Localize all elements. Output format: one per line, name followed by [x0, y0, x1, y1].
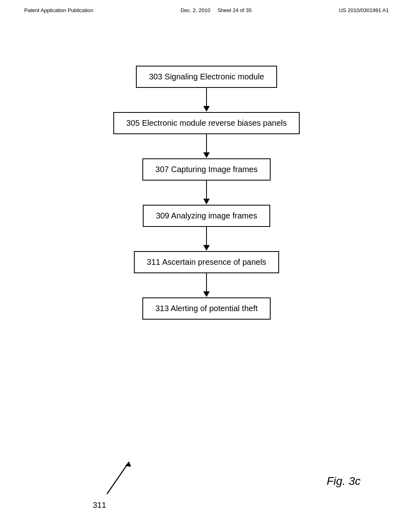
header-sheet: Sheet 24 of 35 [217, 7, 252, 13]
reference-arrow-svg [103, 458, 135, 498]
box-307: 307 Capturing Image frames [142, 158, 270, 181]
page-header: Patent Application Publication Dec. 2, 2… [0, 0, 413, 13]
box-303: 303 Signaling Electronic module [136, 66, 277, 88]
arrow-4 [203, 227, 210, 251]
arrow-1 [203, 88, 210, 112]
header-date-sheet: Dec. 2, 2010 Sheet 24 of 35 [181, 7, 252, 13]
header-date: Dec. 2, 2010 [181, 7, 211, 13]
box-311: 311 Ascertain presence of panels [134, 251, 279, 273]
arrow-5 [203, 273, 210, 297]
box-313: 313 Alerting of potential theft [142, 297, 271, 320]
box-305: 305 Electronic module reverse biases pan… [113, 112, 300, 134]
header-publication-type: Patent Application Publication [24, 7, 93, 13]
svg-line-0 [107, 462, 129, 494]
reference-line [103, 458, 135, 500]
arrow-2 [203, 134, 210, 158]
box-309: 309 Analyzing image frames [143, 205, 270, 227]
header-patent-number: US 2010/0301991 A1 [339, 7, 389, 13]
flowchart-diagram: 303 Signaling Electronic module 305 Elec… [0, 13, 413, 320]
reference-number: 311 [93, 501, 106, 510]
figure-label: Fig. 3c [327, 475, 361, 488]
arrow-3 [203, 181, 210, 205]
